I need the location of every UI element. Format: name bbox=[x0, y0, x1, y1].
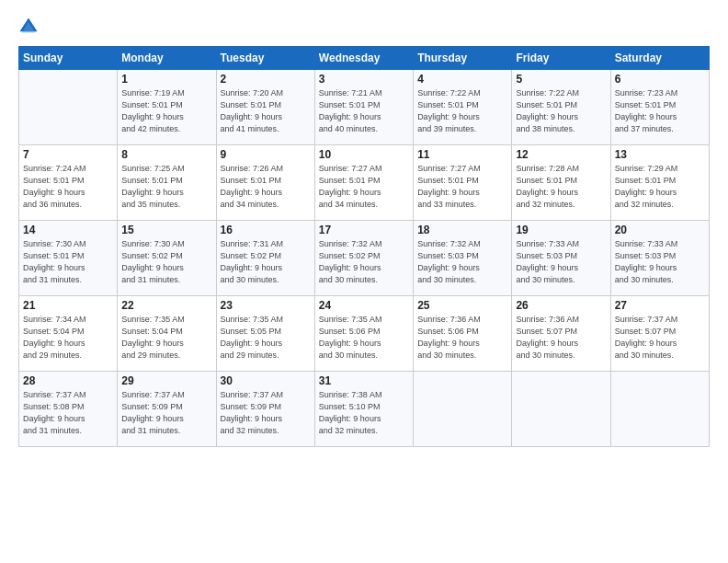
day-number: 25 bbox=[417, 299, 507, 312]
day-number: 7 bbox=[23, 148, 113, 161]
calendar-cell: 30Sunrise: 7:37 AM Sunset: 5:09 PM Dayli… bbox=[216, 372, 314, 447]
day-info: Sunrise: 7:35 AM Sunset: 5:04 PM Dayligh… bbox=[121, 314, 211, 362]
calendar-cell: 14Sunrise: 7:30 AM Sunset: 5:01 PM Dayli… bbox=[19, 221, 118, 296]
calendar-cell bbox=[19, 70, 118, 145]
col-header-thursday: Thursday bbox=[414, 47, 512, 70]
calendar-cell: 5Sunrise: 7:22 AM Sunset: 5:01 PM Daylig… bbox=[512, 70, 610, 145]
day-number: 8 bbox=[121, 148, 211, 161]
calendar-cell: 18Sunrise: 7:32 AM Sunset: 5:03 PM Dayli… bbox=[414, 221, 512, 296]
calendar-cell: 8Sunrise: 7:25 AM Sunset: 5:01 PM Daylig… bbox=[118, 145, 216, 221]
calendar-cell: 19Sunrise: 7:33 AM Sunset: 5:03 PM Dayli… bbox=[512, 221, 610, 296]
day-number: 4 bbox=[417, 73, 507, 86]
day-info: Sunrise: 7:27 AM Sunset: 5:01 PM Dayligh… bbox=[417, 163, 507, 211]
day-info: Sunrise: 7:22 AM Sunset: 5:01 PM Dayligh… bbox=[516, 87, 606, 135]
day-info: Sunrise: 7:38 AM Sunset: 5:10 PM Dayligh… bbox=[319, 389, 409, 437]
logo bbox=[18, 17, 42, 37]
day-info: Sunrise: 7:33 AM Sunset: 5:03 PM Dayligh… bbox=[516, 238, 606, 286]
day-info: Sunrise: 7:19 AM Sunset: 5:01 PM Dayligh… bbox=[121, 87, 211, 135]
calendar-cell: 20Sunrise: 7:33 AM Sunset: 5:03 PM Dayli… bbox=[610, 221, 709, 296]
col-header-monday: Monday bbox=[118, 47, 216, 70]
calendar-cell: 17Sunrise: 7:32 AM Sunset: 5:02 PM Dayli… bbox=[314, 221, 413, 296]
day-info: Sunrise: 7:22 AM Sunset: 5:01 PM Dayligh… bbox=[417, 87, 507, 135]
calendar-cell: 11Sunrise: 7:27 AM Sunset: 5:01 PM Dayli… bbox=[414, 145, 512, 221]
calendar-cell: 25Sunrise: 7:36 AM Sunset: 5:06 PM Dayli… bbox=[414, 296, 512, 372]
day-info: Sunrise: 7:35 AM Sunset: 5:05 PM Dayligh… bbox=[221, 314, 311, 362]
day-number: 26 bbox=[516, 299, 606, 312]
day-info: Sunrise: 7:30 AM Sunset: 5:02 PM Dayligh… bbox=[121, 238, 211, 286]
calendar-cell: 1Sunrise: 7:19 AM Sunset: 5:01 PM Daylig… bbox=[118, 70, 216, 145]
calendar-cell: 26Sunrise: 7:36 AM Sunset: 5:07 PM Dayli… bbox=[512, 296, 610, 372]
day-info: Sunrise: 7:31 AM Sunset: 5:02 PM Dayligh… bbox=[221, 238, 311, 286]
day-number: 21 bbox=[23, 299, 113, 312]
week-row-1: 1Sunrise: 7:19 AM Sunset: 5:01 PM Daylig… bbox=[19, 70, 710, 145]
day-number: 12 bbox=[516, 148, 606, 161]
day-number: 23 bbox=[221, 299, 311, 312]
calendar-cell: 13Sunrise: 7:29 AM Sunset: 5:01 PM Dayli… bbox=[610, 145, 709, 221]
day-number: 3 bbox=[319, 73, 409, 86]
day-info: Sunrise: 7:20 AM Sunset: 5:01 PM Dayligh… bbox=[221, 87, 311, 135]
day-number: 16 bbox=[221, 224, 311, 236]
calendar-page: SundayMondayTuesdayWednesdayThursdayFrid… bbox=[0, 0, 728, 563]
day-number: 18 bbox=[417, 224, 507, 236]
day-number: 14 bbox=[23, 224, 113, 236]
calendar-cell: 4Sunrise: 7:22 AM Sunset: 5:01 PM Daylig… bbox=[414, 70, 512, 145]
calendar-cell: 15Sunrise: 7:30 AM Sunset: 5:02 PM Dayli… bbox=[118, 221, 216, 296]
day-info: Sunrise: 7:21 AM Sunset: 5:01 PM Dayligh… bbox=[319, 87, 409, 135]
day-info: Sunrise: 7:37 AM Sunset: 5:09 PM Dayligh… bbox=[121, 389, 211, 437]
day-info: Sunrise: 7:32 AM Sunset: 5:03 PM Dayligh… bbox=[417, 238, 507, 286]
week-row-4: 21Sunrise: 7:34 AM Sunset: 5:04 PM Dayli… bbox=[19, 296, 710, 372]
calendar-cell: 27Sunrise: 7:37 AM Sunset: 5:07 PM Dayli… bbox=[610, 296, 709, 372]
header-row: SundayMondayTuesdayWednesdayThursdayFrid… bbox=[19, 47, 710, 70]
day-number: 24 bbox=[319, 299, 409, 312]
day-info: Sunrise: 7:25 AM Sunset: 5:01 PM Dayligh… bbox=[121, 163, 211, 211]
calendar-cell bbox=[512, 372, 610, 447]
calendar-cell: 10Sunrise: 7:27 AM Sunset: 5:01 PM Dayli… bbox=[314, 145, 413, 221]
week-row-2: 7Sunrise: 7:24 AM Sunset: 5:01 PM Daylig… bbox=[19, 145, 710, 221]
col-header-tuesday: Tuesday bbox=[216, 47, 314, 70]
day-number: 1 bbox=[121, 73, 211, 86]
calendar-cell: 6Sunrise: 7:23 AM Sunset: 5:01 PM Daylig… bbox=[610, 70, 709, 145]
col-header-sunday: Sunday bbox=[19, 47, 118, 70]
day-info: Sunrise: 7:36 AM Sunset: 5:06 PM Dayligh… bbox=[417, 314, 507, 362]
day-number: 30 bbox=[221, 374, 311, 387]
calendar-cell: 31Sunrise: 7:38 AM Sunset: 5:10 PM Dayli… bbox=[314, 372, 413, 447]
day-number: 5 bbox=[516, 73, 606, 86]
day-number: 28 bbox=[23, 374, 113, 387]
day-number: 17 bbox=[319, 224, 409, 236]
calendar-cell: 7Sunrise: 7:24 AM Sunset: 5:01 PM Daylig… bbox=[19, 145, 118, 221]
day-info: Sunrise: 7:32 AM Sunset: 5:02 PM Dayligh… bbox=[319, 238, 409, 286]
day-info: Sunrise: 7:34 AM Sunset: 5:04 PM Dayligh… bbox=[23, 314, 113, 362]
calendar-cell: 9Sunrise: 7:26 AM Sunset: 5:01 PM Daylig… bbox=[216, 145, 314, 221]
day-number: 6 bbox=[615, 73, 705, 86]
logo-icon bbox=[18, 17, 39, 37]
calendar-cell bbox=[414, 372, 512, 447]
col-header-wednesday: Wednesday bbox=[314, 47, 413, 70]
calendar-cell: 28Sunrise: 7:37 AM Sunset: 5:08 PM Dayli… bbox=[19, 372, 118, 447]
day-number: 22 bbox=[121, 299, 211, 312]
day-info: Sunrise: 7:35 AM Sunset: 5:06 PM Dayligh… bbox=[319, 314, 409, 362]
day-number: 20 bbox=[615, 224, 705, 236]
day-number: 10 bbox=[319, 148, 409, 161]
day-info: Sunrise: 7:26 AM Sunset: 5:01 PM Dayligh… bbox=[221, 163, 311, 211]
day-number: 27 bbox=[615, 299, 705, 312]
col-header-friday: Friday bbox=[512, 47, 610, 70]
day-number: 9 bbox=[221, 148, 311, 161]
day-number: 2 bbox=[221, 73, 311, 86]
calendar-cell bbox=[610, 372, 709, 447]
header bbox=[18, 17, 710, 37]
day-info: Sunrise: 7:29 AM Sunset: 5:01 PM Dayligh… bbox=[615, 163, 705, 211]
calendar-cell: 3Sunrise: 7:21 AM Sunset: 5:01 PM Daylig… bbox=[314, 70, 413, 145]
col-header-saturday: Saturday bbox=[610, 47, 709, 70]
day-info: Sunrise: 7:28 AM Sunset: 5:01 PM Dayligh… bbox=[516, 163, 606, 211]
day-info: Sunrise: 7:37 AM Sunset: 5:09 PM Dayligh… bbox=[221, 389, 311, 437]
day-number: 19 bbox=[516, 224, 606, 236]
calendar-cell: 2Sunrise: 7:20 AM Sunset: 5:01 PM Daylig… bbox=[216, 70, 314, 145]
day-info: Sunrise: 7:24 AM Sunset: 5:01 PM Dayligh… bbox=[23, 163, 113, 211]
day-info: Sunrise: 7:37 AM Sunset: 5:07 PM Dayligh… bbox=[615, 314, 705, 362]
day-number: 29 bbox=[121, 374, 211, 387]
calendar-cell: 23Sunrise: 7:35 AM Sunset: 5:05 PM Dayli… bbox=[216, 296, 314, 372]
calendar-cell: 16Sunrise: 7:31 AM Sunset: 5:02 PM Dayli… bbox=[216, 221, 314, 296]
day-number: 11 bbox=[417, 148, 507, 161]
day-info: Sunrise: 7:30 AM Sunset: 5:01 PM Dayligh… bbox=[23, 238, 113, 286]
day-number: 31 bbox=[319, 374, 409, 387]
